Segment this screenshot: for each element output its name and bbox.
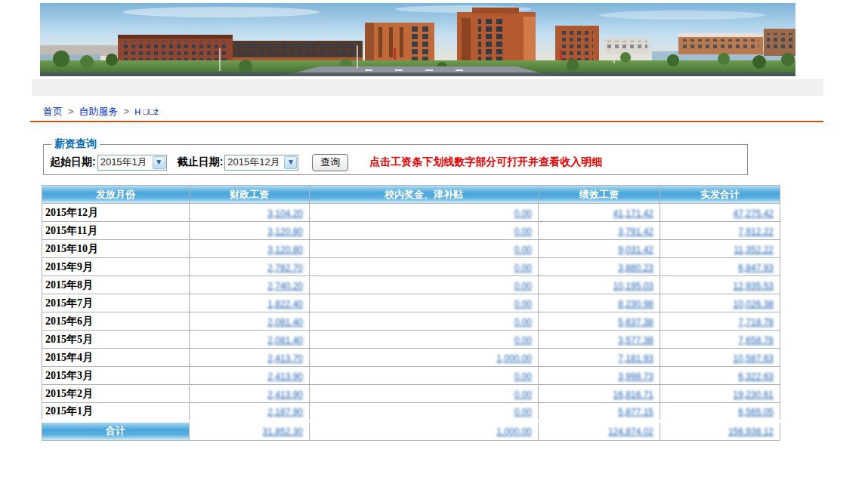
salary-query-fieldset: 薪资查询 起始日期: 2015年1月 ▼ 截止日期: 2015年12月 ▼ 查询… — [43, 137, 748, 175]
breadcrumb-service-link[interactable]: 自助服务 — [79, 106, 119, 117]
bonus-subsidy-link[interactable]: 1,000.00 — [496, 353, 532, 364]
performance-salary-link[interactable]: 10,195.03 — [613, 281, 653, 291]
bonus-subsidy-link[interactable]: 0.00 — [514, 407, 532, 417]
performance-salary-link[interactable]: 41,171.42 — [613, 208, 653, 219]
chevron-down-icon[interactable]: ▼ — [284, 156, 297, 169]
table-row: 2015年6月 2,081.40 0.00 5,637.38 7,718.78 — [42, 312, 780, 331]
net-total-link[interactable]: 6,565.05 — [738, 407, 774, 417]
salary-table-body: 2015年12月 3,104.20 0.00 41,171.42 47,275.… — [42, 204, 780, 421]
net-total-link[interactable]: 19,230.61 — [734, 389, 774, 400]
table-row: 2015年3月 2,413.90 0.00 3,998.73 6,322.63 — [42, 367, 780, 385]
table-row: 2015年4月 2,413.70 1,000.00 7,181.93 10,58… — [42, 349, 780, 367]
breadcrumb-current: H □ʲ□ž — [134, 107, 159, 116]
bonus-subsidy-link[interactable]: 0.00 — [514, 208, 532, 219]
fiscal-salary-link[interactable]: 2,740.20 — [267, 281, 303, 291]
net-total-link[interactable]: 6,847.93 — [738, 263, 774, 273]
start-date-value: 2015年1月 — [100, 155, 147, 169]
net-total-link[interactable]: 6,322.63 — [738, 371, 774, 382]
performance-salary-link[interactable]: 3,998.73 — [618, 371, 653, 382]
total-performance-link[interactable]: 124,874.02 — [608, 426, 653, 437]
performance-salary-link[interactable]: 5,637.38 — [618, 317, 653, 328]
salary-query-page: 首页>自助服务>H □ʲ□ž 薪资查询 起始日期: 2015年1月 ▼ 截止日期… — [0, 0, 868, 477]
col-header-fiscal-salary: 财政工资 — [190, 186, 310, 204]
end-date-label: 截止日期: — [178, 155, 224, 169]
total-net-link[interactable]: 156,938.12 — [728, 426, 774, 437]
fiscal-salary-link[interactable]: 3,120.80 — [267, 226, 303, 237]
month-cell: 2015年11月 — [42, 222, 190, 240]
performance-salary-link[interactable]: 3,577.38 — [618, 335, 653, 346]
table-row: 2015年5月 2,081.40 0.00 3,577.38 7,658.78 — [42, 331, 780, 349]
click-hint-text: 点击工资条下划线数字部分可打开并查看收入明细 — [369, 155, 602, 169]
banner-bottom-strip — [32, 79, 823, 96]
table-row: 2015年8月 2,740.20 0.00 10,195.03 12,935.5… — [42, 276, 780, 294]
col-header-month: 发放月份 — [42, 186, 190, 204]
fieldset-legend: 薪资查询 — [51, 137, 100, 151]
total-row-label: 合计 — [42, 421, 190, 441]
query-form-row: 起始日期: 2015年1月 ▼ 截止日期: 2015年12月 ▼ 查询 点击工资… — [50, 149, 741, 175]
month-cell: 2015年2月 — [42, 385, 190, 403]
table-header-row: 发放月份 财政工资 校内奖金、津补贴 绩效工资 实发合计 — [42, 186, 780, 204]
end-date-select[interactable]: 2015年12月 ▼ — [224, 155, 298, 171]
breadcrumb-divider-rule — [30, 121, 823, 122]
bonus-subsidy-link[interactable]: 0.00 — [514, 245, 532, 255]
query-button[interactable]: 查询 — [312, 154, 348, 171]
table-row: 2015年2月 2,413.90 0.00 16,816.71 19,230.6… — [42, 385, 780, 403]
fiscal-salary-link[interactable]: 2,413.90 — [267, 371, 303, 382]
bonus-subsidy-link[interactable]: 0.00 — [514, 263, 532, 273]
bonus-subsidy-link[interactable]: 0.00 — [514, 226, 532, 237]
total-bonus-link[interactable]: 1,000.00 — [496, 426, 532, 437]
month-cell: 2015年8月 — [42, 276, 190, 294]
net-total-link[interactable]: 7,912.22 — [738, 226, 774, 237]
col-header-net-total: 实发合计 — [660, 186, 780, 204]
table-row: 2015年7月 1,822.40 0.00 8,230.98 10,026.38 — [42, 294, 780, 312]
bonus-subsidy-link[interactable]: 0.00 — [514, 299, 532, 309]
performance-salary-link[interactable]: 3,791.42 — [618, 226, 653, 237]
breadcrumb: 首页>自助服务>H □ʲ□ž — [43, 105, 159, 118]
bonus-subsidy-link[interactable]: 0.00 — [514, 317, 532, 328]
net-total-link[interactable]: 10,026.38 — [734, 299, 774, 309]
month-cell: 2015年7月 — [42, 294, 190, 312]
bonus-subsidy-link[interactable]: 0.00 — [514, 335, 532, 346]
bonus-subsidy-link[interactable]: 0.00 — [514, 281, 532, 291]
breadcrumb-separator: > — [124, 106, 130, 117]
chevron-down-icon[interactable]: ▼ — [153, 156, 165, 169]
fiscal-salary-link[interactable]: 2,413.70 — [267, 353, 303, 364]
net-total-link[interactable]: 10,587.63 — [734, 353, 774, 364]
month-cell: 2015年1月 — [42, 403, 190, 421]
bonus-subsidy-link[interactable]: 0.00 — [514, 371, 532, 382]
bonus-subsidy-link[interactable]: 0.00 — [514, 389, 532, 400]
performance-salary-link[interactable]: 16,816.71 — [613, 389, 653, 400]
fiscal-salary-link[interactable]: 2,081.40 — [267, 317, 303, 328]
net-total-link[interactable]: 7,658.78 — [738, 335, 774, 346]
month-cell: 2015年5月 — [42, 331, 190, 349]
col-header-bonus-subsidy: 校内奖金、津补贴 — [310, 186, 539, 204]
breadcrumb-home-link[interactable]: 首页 — [43, 106, 63, 117]
net-total-link[interactable]: 7,718.78 — [738, 317, 774, 328]
month-cell: 2015年3月 — [42, 367, 190, 385]
breadcrumb-separator: > — [68, 106, 74, 117]
campus-banner-image — [40, 3, 795, 76]
fiscal-salary-link[interactable]: 2,187.90 — [267, 407, 303, 417]
fiscal-salary-link[interactable]: 2,413.90 — [267, 389, 303, 400]
net-total-link[interactable]: 47,275.42 — [734, 208, 774, 219]
net-total-link[interactable]: 12,935.53 — [734, 281, 774, 291]
performance-salary-link[interactable]: 9,031.42 — [618, 245, 653, 255]
net-total-link[interactable]: 11,352.22 — [734, 245, 774, 255]
fiscal-salary-link[interactable]: 1,822.40 — [267, 299, 303, 309]
fiscal-salary-link[interactable]: 2,782.70 — [267, 263, 303, 273]
start-date-select[interactable]: 2015年1月 ▼ — [97, 155, 167, 171]
month-cell: 2015年6月 — [42, 312, 190, 331]
fiscal-salary-link[interactable]: 3,120.80 — [267, 245, 303, 255]
fiscal-salary-link[interactable]: 2,081.40 — [267, 335, 303, 346]
fiscal-salary-link[interactable]: 3,104.20 — [267, 208, 303, 219]
performance-salary-link[interactable]: 8,230.98 — [618, 299, 653, 309]
performance-salary-link[interactable]: 3,880.23 — [618, 263, 653, 273]
salary-table: 发放月份 财政工资 校内奖金、津补贴 绩效工资 实发合计 2015年12月 3,… — [42, 185, 780, 441]
performance-salary-link[interactable]: 5,877.15 — [618, 407, 653, 417]
total-fiscal-link[interactable]: 31,852.30 — [263, 426, 303, 437]
table-row: 2015年10月 3,120.80 0.00 9,031.42 11,352.2… — [42, 240, 780, 258]
total-row: 合计 31,852.30 1,000.00 124,874.02 156,938… — [42, 421, 780, 441]
performance-salary-link[interactable]: 7,181.93 — [618, 353, 653, 364]
col-header-performance-salary: 绩效工资 — [539, 186, 660, 204]
month-cell: 2015年9月 — [42, 258, 190, 276]
